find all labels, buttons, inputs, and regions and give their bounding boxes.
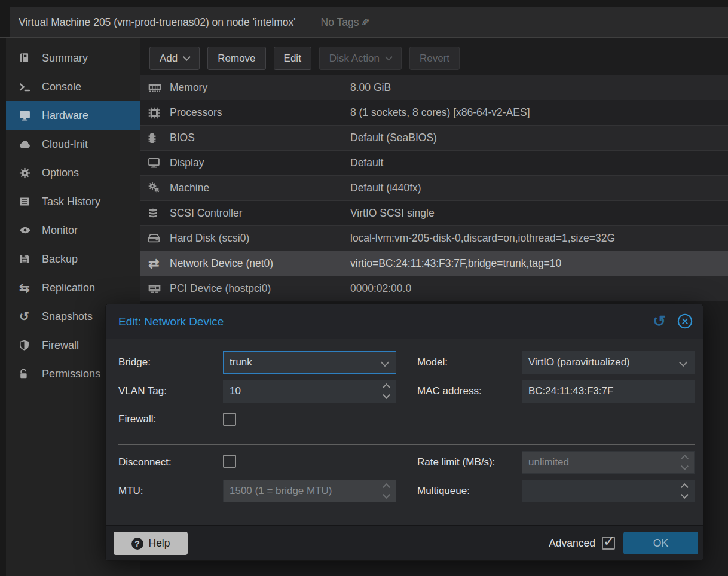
spinner-arrows-icon[interactable] <box>682 480 687 502</box>
sidebar-item-label: Console <box>42 81 81 93</box>
row-value: Default <box>350 157 728 169</box>
firewall-checkbox[interactable] <box>223 413 236 426</box>
gear-icon <box>19 167 42 179</box>
dialog-header[interactable]: Edit: Network Device ↺ <box>106 304 703 339</box>
vlan-tag-spinner[interactable] <box>223 380 396 403</box>
row-label: SCSI Controller <box>170 207 350 220</box>
mac-address-input[interactable] <box>522 380 695 403</box>
sidebar-item-console[interactable]: Console <box>6 72 140 101</box>
vlan-tag-label: VLAN Tag: <box>118 380 167 403</box>
rate-limit-spinner <box>522 451 695 474</box>
toolbar: AddRemoveEditDisk ActionRevert <box>140 38 728 75</box>
advanced-checkbox[interactable] <box>602 537 615 550</box>
sidebar-item-label: Task History <box>42 196 100 208</box>
vm-header-bar: Virtual Machine 205 (vm-prod-truenas02) … <box>10 7 728 37</box>
sidebar-item-hardware[interactable]: Hardware <box>6 101 140 130</box>
row-label: PCI Device (hostpci0) <box>170 282 350 295</box>
cloud-icon <box>19 138 42 150</box>
undo-icon[interactable]: ↺ <box>653 312 666 331</box>
multiqueue-spinner[interactable] <box>522 480 695 502</box>
row-value: local-lvm:vm-205-disk-0,discard=on,iothr… <box>350 232 728 245</box>
desktop-icon <box>19 110 42 121</box>
sidebar-item-monitor[interactable]: Monitor <box>6 216 140 245</box>
table-row-pci-device-hostpci0[interactable]: PCI Device (hostpci0)0000:02:00.0 <box>140 276 728 301</box>
disconnect-checkbox[interactable] <box>223 455 236 468</box>
bridge-label: Bridge: <box>118 351 151 374</box>
sidebar-item-label: Summary <box>42 52 88 65</box>
model-combobox[interactable] <box>522 351 695 374</box>
close-icon[interactable] <box>677 313 693 329</box>
spinner-arrows-icon[interactable] <box>384 380 389 403</box>
table-row-machine[interactable]: MachineDefault (i440fx) <box>140 176 728 201</box>
row-label: Display <box>170 157 350 169</box>
sidebar-item-label: Backup <box>42 253 78 266</box>
shield-icon <box>19 340 42 351</box>
exchange-icon: ⇄ <box>148 257 170 270</box>
multiqueue-label: Multiqueue: <box>417 480 470 502</box>
hardware-table: Memory8.00 GiBProcessors8 (1 sockets, 8 … <box>140 75 728 301</box>
unlock-icon <box>19 369 42 379</box>
bridge-input[interactable] <box>223 351 396 374</box>
eye-icon <box>19 224 42 236</box>
sidebar-item-label: Cloud-Init <box>42 138 88 151</box>
button-label: Disk Action <box>329 53 380 65</box>
chevron-down-icon <box>183 53 191 61</box>
gears-icon <box>148 182 170 194</box>
table-row-bios[interactable]: BIOSDefault (SeaBIOS) <box>140 126 728 151</box>
help-button[interactable]: ? Help <box>114 532 188 555</box>
button-label: Remove <box>218 53 255 65</box>
sidebar-item-replication[interactable]: ⇆Replication <box>6 273 140 302</box>
bridge-combobox[interactable] <box>223 351 396 374</box>
sidebar-item-label: Firewall <box>42 339 79 352</box>
pci-icon <box>148 284 170 294</box>
page-title: Virtual Machine 205 (vm-prod-truenas02) … <box>19 16 296 29</box>
row-value: virtio=BC:24:11:43:F3:7F,bridge=trunk,ta… <box>350 257 728 270</box>
tags-control[interactable]: No Tags ✎ <box>321 16 370 29</box>
multiqueue-input[interactable] <box>522 480 695 502</box>
firewall-label: Firewall: <box>118 413 156 426</box>
row-label: Machine <box>170 182 350 194</box>
display-icon <box>148 157 170 169</box>
mtu-label: MTU: <box>118 480 143 502</box>
row-label: Network Device (net0) <box>170 257 350 270</box>
row-value: VirtIO SCSI single <box>350 207 728 220</box>
advanced-label: Advanced <box>549 526 595 560</box>
model-input[interactable] <box>522 351 695 374</box>
edit-button[interactable]: Edit <box>274 47 311 70</box>
button-label: Revert <box>420 53 449 65</box>
add-button[interactable]: Add <box>149 47 200 70</box>
table-row-hard-disk-scsi0[interactable]: Hard Disk (scsi0)local-lvm:vm-205-disk-0… <box>140 226 728 251</box>
model-label: Model: <box>417 351 448 374</box>
mac-address-field[interactable] <box>522 380 695 403</box>
row-value: Default (i440fx) <box>350 182 728 194</box>
floppy-icon <box>19 254 42 264</box>
replication-icon: ⇆ <box>19 282 42 294</box>
table-row-network-device-net0[interactable]: ⇄Network Device (net0)virtio=BC:24:11:43… <box>140 251 728 276</box>
sidebar-item-options[interactable]: Options <box>6 159 140 187</box>
sidebar-item-label: Snapshots <box>42 310 93 323</box>
pencil-icon[interactable]: ✎ <box>361 16 369 29</box>
table-row-display[interactable]: DisplayDefault <box>140 151 728 176</box>
sidebar-item-cloud-init[interactable]: Cloud-Init <box>6 130 140 159</box>
remove-button[interactable]: Remove <box>207 47 265 70</box>
ok-button[interactable]: OK <box>623 532 698 554</box>
table-row-processors[interactable]: Processors8 (1 sockets, 8 cores) [x86-64… <box>140 100 728 126</box>
row-label: BIOS <box>170 132 350 144</box>
table-row-scsi-controller[interactable]: SCSI ControllerVirtIO SCSI single <box>140 201 728 226</box>
vlan-tag-input[interactable] <box>223 380 396 403</box>
sidebar-item-task-history[interactable]: Task History <box>6 187 140 216</box>
dialog-body: Bridge: Model: VLAN Tag: MAC address: Fi… <box>106 339 703 526</box>
hdd-icon <box>148 233 170 243</box>
book-icon <box>19 53 42 63</box>
sidebar-item-label: Replication <box>42 282 95 294</box>
sidebar-item-label: Monitor <box>42 224 78 237</box>
table-row-memory[interactable]: Memory8.00 GiB <box>140 75 728 100</box>
advanced-section-divider <box>118 444 695 445</box>
memory-icon <box>148 83 170 93</box>
sidebar-item-backup[interactable]: Backup <box>6 245 140 273</box>
sidebar-item-summary[interactable]: Summary <box>6 44 140 72</box>
spinner-arrows-icon <box>384 480 389 502</box>
mtu-spinner <box>223 480 396 502</box>
row-value: Default (SeaBIOS) <box>350 132 728 144</box>
microchip-icon <box>148 133 170 144</box>
